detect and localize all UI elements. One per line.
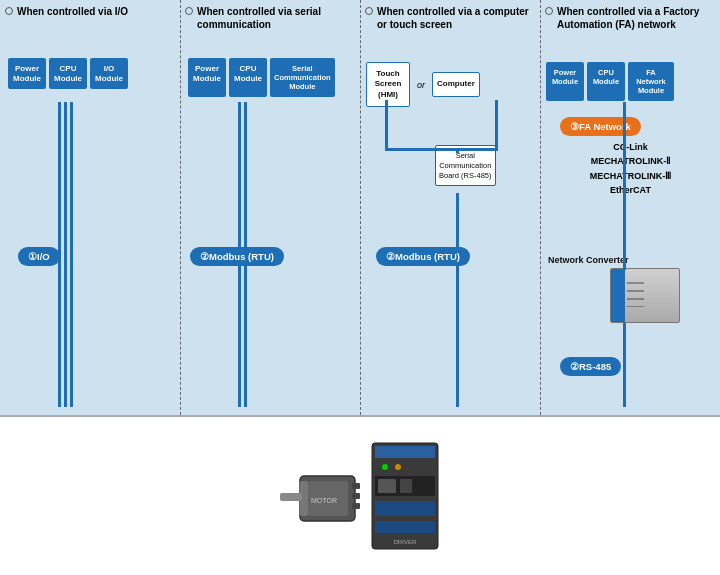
nc-blue-strip [611, 269, 625, 322]
svg-point-11 [395, 464, 401, 470]
col3-sb-vline [456, 193, 459, 407]
svg-point-10 [382, 464, 388, 470]
col2-badge: ②Modbus (RTU) [190, 245, 284, 266]
svg-rect-13 [378, 479, 396, 493]
bottom-area: MOTOR DRIVER [0, 415, 720, 575]
col2-power-module: PowerModule [188, 58, 226, 97]
computer-box: Computer [432, 72, 480, 96]
col1-power-module: PowerModule [8, 58, 46, 89]
col4-cpu-module: CPUModule [587, 62, 625, 101]
col1-vline3 [70, 102, 73, 407]
nc-detail: ════════════──── [625, 278, 646, 313]
col4-fa-badge: ③FA Network [560, 115, 641, 136]
col1-io-module: I/OModule [90, 58, 128, 89]
svg-text:DRIVER: DRIVER [394, 539, 417, 545]
fa-network-content: CC-Link MECHATROLINK-Ⅱ MECHATROLINK-Ⅲ Et… [548, 140, 713, 198]
col4-fa-network-text: CC-Link MECHATROLINK-Ⅱ MECHATROLINK-Ⅲ Et… [548, 140, 713, 198]
col1-dot [5, 7, 13, 15]
col2-dot [185, 7, 193, 15]
svg-rect-9 [375, 446, 435, 458]
col4-modules: PowerModule CPUModule FANetworkModule [546, 62, 674, 101]
diagram-container: When controlled via I/O PowerModule CPUM… [0, 0, 720, 575]
col3-header: When controlled via a computer or touch … [365, 5, 535, 31]
svg-rect-14 [400, 479, 412, 493]
col3-badge-label: ②Modbus (RTU) [376, 247, 470, 266]
touchscreen-box: TouchScreen(HMI) [366, 62, 410, 107]
svg-rect-2 [280, 493, 302, 501]
col3-h-connector [385, 148, 498, 151]
svg-rect-5 [352, 503, 360, 509]
svg-rect-16 [375, 521, 435, 533]
col2-modules: PowerModule CPUModule SerialCommunicatio… [188, 58, 335, 97]
svg-rect-4 [352, 493, 360, 499]
col3-hmi-vline [385, 100, 388, 150]
col1-badge: ①I/O [18, 245, 60, 266]
col3-comp-vline [495, 100, 498, 150]
col3-dot [365, 7, 373, 15]
col1-cpu-module: CPUModule [49, 58, 87, 89]
col4-header: When controlled via a Factory Automation… [545, 5, 715, 31]
col3-badge: ②Modbus (RTU) [376, 245, 470, 266]
col2-header: When controlled via serial communication [185, 5, 355, 31]
col4-vline [623, 102, 626, 270]
divider-3 [540, 0, 541, 415]
col2-header-text: When controlled via serial communication [197, 5, 355, 31]
or-label: or [417, 80, 425, 90]
divider-2 [360, 0, 361, 415]
col1-vline2 [64, 102, 67, 407]
motor-illustration: MOTOR [280, 451, 370, 541]
driver-illustration: DRIVER [370, 441, 440, 551]
col3-junction-line [456, 148, 459, 153]
col3-devices: TouchScreen(HMI) or Computer [366, 62, 480, 107]
svg-rect-3 [352, 483, 360, 489]
col4-fa-module: FANetworkModule [628, 62, 674, 101]
col4-power-module: PowerModule [546, 62, 584, 101]
col3-serial-board: SerialCommunicationBoard (RS-485) [435, 145, 496, 186]
col4-badge: ②RS-485 [560, 355, 621, 376]
col3-header-text: When controlled via a computer or touch … [377, 5, 535, 31]
network-converter-box: ════════════──── [610, 268, 680, 323]
col2-badge-label: ②Modbus (RTU) [190, 247, 284, 266]
divider-1 [180, 0, 181, 415]
col4-fa-badge-label: ③FA Network [560, 117, 641, 136]
col4-header-text: When controlled via a Factory Automation… [557, 5, 715, 31]
col1-modules: PowerModule CPUModule I/OModule [8, 58, 128, 89]
col4-nc-vline [623, 323, 626, 407]
col2-serial-module: SerialCommunicationModule [270, 58, 335, 97]
col4-dot [545, 7, 553, 15]
col2-cpu-module: CPUModule [229, 58, 267, 97]
serial-board-box: SerialCommunicationBoard (RS-485) [435, 145, 496, 186]
col1-header: When controlled via I/O [5, 5, 175, 18]
col4-badge-label: ②RS-485 [560, 357, 621, 376]
svg-text:MOTOR: MOTOR [311, 497, 337, 504]
svg-rect-15 [375, 501, 435, 516]
col1-header-text: When controlled via I/O [17, 5, 128, 18]
nc-label-text: Network Converter [548, 255, 629, 265]
col1-badge-label: ①I/O [18, 247, 60, 266]
